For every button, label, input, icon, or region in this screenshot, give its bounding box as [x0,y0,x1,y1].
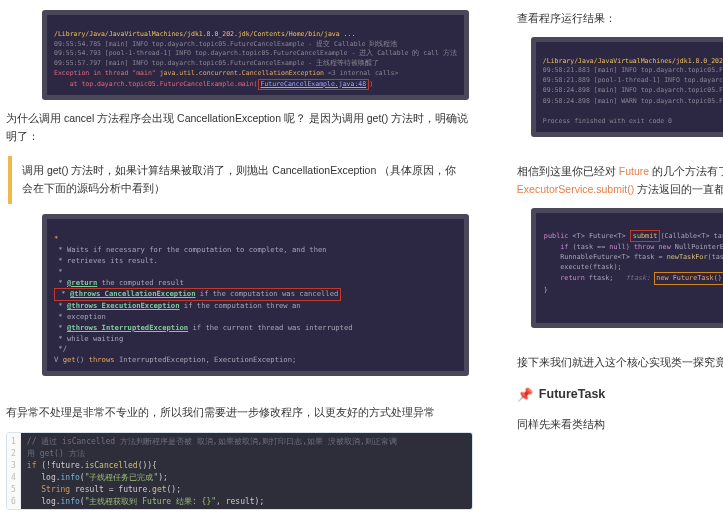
submit-boxed: submit [630,230,661,242]
term1-l1c: 09:55:57.797 [main] INFO top.dayarch.top… [54,59,379,67]
pin-icon: 📌 [517,387,533,402]
term1-l1a: 09:55:54.785 [main] INFO top.dayarch.top… [54,40,397,48]
tag-return: @return [67,278,97,287]
doc-l1: * Waits if necessary for the computation… [54,245,327,254]
ide-gutter: 1 2 3 4 5 6 7 8 [7,433,21,509]
term1-at-end: ) [369,80,373,88]
term2-l3: 09:58:24.898 [main] INFO top.dayarch.top… [543,86,723,94]
term1-exc-intl: <3 internal calls> [324,69,398,77]
kw-future-1: Future [619,165,649,177]
term1-exc: Exception in thread "main" [54,69,160,77]
right-para-3: 接下来我们就进入这个核心实现类一探究竟 [517,354,723,371]
ide-code: // 通过 isCancelled 方法判断程序是否被 取消,如果被取消,则打印… [21,433,472,509]
right-h1: 查看程序运行结果： [517,10,723,27]
doc-l9: * while waiting [54,334,123,343]
term1-path: /Library/Java/JavaVirtualMachines/jdk1.8… [54,30,355,38]
right-para-2: 相信到这里你已经对 Future 的几个方法有了基本的使用印象，但 Future… [517,163,723,199]
doc-star: * [54,234,58,243]
futuretask-boxed: new FutureTask() [654,272,723,284]
term2-l1: 09:58:21.883 [main] INFO top.dayarch.top… [543,66,723,74]
section-futuretask: 📌 FutureTask [517,387,723,402]
question-1: 为什么调用 cancel 方法程序会出现 CancellationExcepti… [6,110,473,146]
terminal-output-2: /Library/Java/JavaVirtualMachines/jdk1.8… [531,37,723,137]
sig-get: get [63,355,76,364]
tag-throws-cancel: @throws CancellationException [70,289,196,298]
term2-l2: 09:58:21.889 [pool-1-thread-1] INFO top.… [543,76,723,84]
tag-throws-exec: @throws ExecutionException [67,301,180,310]
term1-l1b: 09:55:54.793 [pool-1-thread-1] INFO top.… [54,49,457,57]
javadoc-block: * * Waits if necessary for the computati… [42,214,469,376]
code-submit-def: public <T> Future<T> submit(Callable<T> … [531,208,723,328]
term1-exc-class: java.util.concurrent.CancellationExcepti… [160,69,324,77]
doc-l7: * exception [54,312,106,321]
right-para-4: 同样先来看类结构 [517,416,723,433]
section-title-text: FutureTask [539,387,605,401]
term2-exit: Process finished with exit code 0 [543,117,672,125]
question-2: 有异常不处理是非常不专业的，所以我们需要进一步修改程序，以更友好的方式处理异常 [6,404,473,422]
ide-code-block: 1 2 3 4 5 6 7 8 // 通过 isCancelled 方法判断程序… [6,432,473,510]
term1-at: at top.dayarch.topic05.FutureCancelExamp… [54,80,258,88]
note-quote: 调用 get() 方法时，如果计算结果被取消了，则抛出 Cancellation… [8,156,473,204]
kw-submit: ExecutorService.submit() [517,183,634,195]
term2-path: /Library/Java/JavaVirtualMachines/jdk1.8… [543,57,723,65]
term2-l4a: 09:58:24.898 [main] WARN top.dayarch.top… [543,97,723,105]
terminal-output-1: /Library/Java/JavaVirtualMachines/jdk1.8… [42,10,469,100]
doc-l2: * retrieves its result. [54,256,158,265]
tag-throws-int: @throws InterruptedException [67,323,188,332]
doc-l10: */ [54,344,67,353]
term1-link[interactable]: FutureCancelExample.java:48 [258,79,370,91]
doc-l3: * [54,267,63,276]
